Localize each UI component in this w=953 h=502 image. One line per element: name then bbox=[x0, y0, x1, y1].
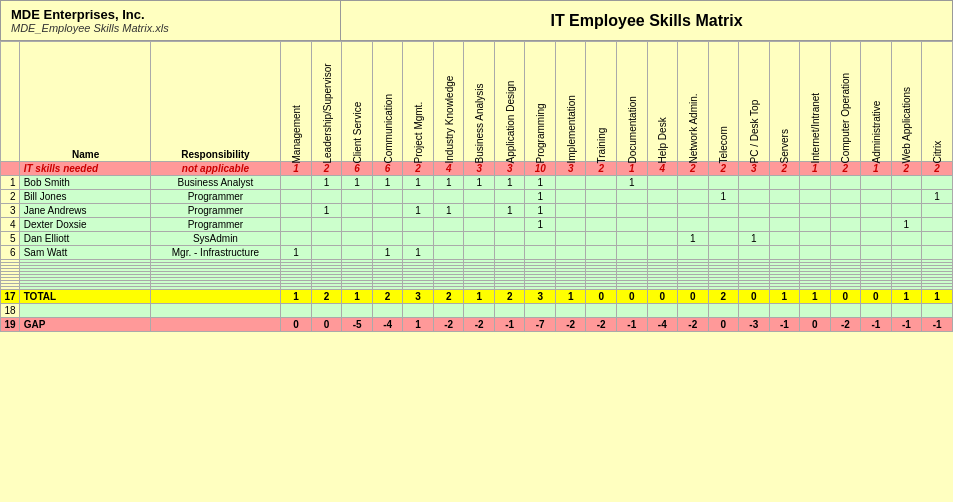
skill-cell-4-16 bbox=[769, 218, 800, 232]
skills-needed-val-19: 1 bbox=[861, 162, 892, 176]
total-val-18: 0 bbox=[830, 290, 861, 304]
skill-cell-4-13 bbox=[678, 218, 709, 232]
skill-cell-5-5 bbox=[433, 232, 464, 246]
gap-val-0: 0 bbox=[281, 318, 312, 332]
skill-cell-5-0 bbox=[281, 232, 312, 246]
skill-cell-6-3: 1 bbox=[372, 246, 403, 260]
skill-cell-4-9 bbox=[555, 218, 586, 232]
company-name: MDE Enterprises, Inc. bbox=[11, 7, 330, 22]
gap-resp bbox=[150, 318, 281, 332]
skill-cell-1-14 bbox=[708, 176, 739, 190]
skill-header-4: Project Mgmt. bbox=[403, 42, 434, 162]
skill-cell-5-7 bbox=[494, 232, 525, 246]
gap-val-8: -7 bbox=[525, 318, 556, 332]
employee-row-5: 5Dan ElliottSysAdmin11 bbox=[1, 232, 953, 246]
skill-cell-2-0 bbox=[281, 190, 312, 204]
skill-cell-5-1 bbox=[311, 232, 342, 246]
employee-resp-4: Programmer bbox=[150, 218, 281, 232]
skill-cell-3-6 bbox=[464, 204, 495, 218]
skill-cell-5-14 bbox=[708, 232, 739, 246]
total-val-7: 2 bbox=[494, 290, 525, 304]
skill-cell-4-2 bbox=[342, 218, 373, 232]
skills-needed-resp: not applicable bbox=[150, 162, 281, 176]
skill-cell-4-3 bbox=[372, 218, 403, 232]
skill-cell-4-7 bbox=[494, 218, 525, 232]
skills-needed-val-0: 1 bbox=[281, 162, 312, 176]
skill-cell-4-5 bbox=[433, 218, 464, 232]
gap-val-4: 1 bbox=[403, 318, 434, 332]
skill-cell-6-10 bbox=[586, 246, 617, 260]
skills-needed-val-8: 10 bbox=[525, 162, 556, 176]
total-val-1: 2 bbox=[311, 290, 342, 304]
skill-cell-1-17 bbox=[800, 176, 831, 190]
skill-cell-4-18 bbox=[830, 218, 861, 232]
skill-cell-3-19 bbox=[861, 204, 892, 218]
skill-cell-5-15: 1 bbox=[739, 232, 770, 246]
skill-cell-5-13: 1 bbox=[678, 232, 709, 246]
skills-table: Name Responsibility ManagementLeadership… bbox=[0, 41, 953, 332]
skills-needed-val-11: 1 bbox=[617, 162, 648, 176]
skill-header-2: Client Service bbox=[342, 42, 373, 162]
skill-header-14: Telecom bbox=[708, 42, 739, 162]
gap-val-7: -1 bbox=[494, 318, 525, 332]
skill-cell-1-18 bbox=[830, 176, 861, 190]
skill-cell-1-12 bbox=[647, 176, 678, 190]
skills-needed-val-3: 6 bbox=[372, 162, 403, 176]
skill-header-16: Servers bbox=[769, 42, 800, 162]
skill-cell-3-10 bbox=[586, 204, 617, 218]
gap-val-15: -3 bbox=[739, 318, 770, 332]
skill-cell-4-17 bbox=[800, 218, 831, 232]
page-title: IT Employee Skills Matrix bbox=[341, 1, 952, 40]
skill-cell-5-6 bbox=[464, 232, 495, 246]
skill-cell-2-1 bbox=[311, 190, 342, 204]
table-container: Name Responsibility ManagementLeadership… bbox=[0, 41, 953, 332]
skill-header-15: PC / Desk Top bbox=[739, 42, 770, 162]
total-val-11: 0 bbox=[617, 290, 648, 304]
row-num-2: 2 bbox=[1, 190, 20, 204]
skill-cell-4-0 bbox=[281, 218, 312, 232]
employee-row-4: 4Dexter DoxsieProgrammer11 bbox=[1, 218, 953, 232]
gap-val-17: 0 bbox=[800, 318, 831, 332]
skill-cell-4-12 bbox=[647, 218, 678, 232]
skill-header-9: Implementation bbox=[555, 42, 586, 162]
total-val-8: 3 bbox=[525, 290, 556, 304]
skills-needed-rownum bbox=[1, 162, 20, 176]
skills-needed-val-17: 1 bbox=[800, 162, 831, 176]
skill-cell-4-1 bbox=[311, 218, 342, 232]
skill-cell-4-14 bbox=[708, 218, 739, 232]
employee-row-6: 6Sam WattMgr. - Infrastructure111 bbox=[1, 246, 953, 260]
total-val-9: 1 bbox=[555, 290, 586, 304]
skill-cell-3-18 bbox=[830, 204, 861, 218]
skill-cell-6-8 bbox=[525, 246, 556, 260]
skill-header-7: Application Design bbox=[494, 42, 525, 162]
skill-cell-2-8: 1 bbox=[525, 190, 556, 204]
skill-cell-6-4: 1 bbox=[403, 246, 434, 260]
skill-cell-3-15 bbox=[739, 204, 770, 218]
skill-cell-3-8: 1 bbox=[525, 204, 556, 218]
skill-cell-2-7 bbox=[494, 190, 525, 204]
skill-cell-2-17 bbox=[800, 190, 831, 204]
skill-cell-3-5: 1 bbox=[433, 204, 464, 218]
skill-cell-5-2 bbox=[342, 232, 373, 246]
skill-cell-3-3 bbox=[372, 204, 403, 218]
skills-needed-val-16: 2 bbox=[769, 162, 800, 176]
gap-val-18: -2 bbox=[830, 318, 861, 332]
skill-cell-3-17 bbox=[800, 204, 831, 218]
employee-name-5: Dan Elliott bbox=[19, 232, 150, 246]
resp-header: Responsibility bbox=[150, 42, 281, 162]
gap-val-14: 0 bbox=[708, 318, 739, 332]
skill-cell-5-19 bbox=[861, 232, 892, 246]
employee-row-2: 2Bill JonesProgrammer111 bbox=[1, 190, 953, 204]
row-num-header bbox=[1, 42, 20, 162]
skills-needed-val-7: 3 bbox=[494, 162, 525, 176]
skill-cell-6-9 bbox=[555, 246, 586, 260]
total-val-14: 2 bbox=[708, 290, 739, 304]
skill-cell-2-3 bbox=[372, 190, 403, 204]
skill-cell-2-9 bbox=[555, 190, 586, 204]
gap-val-9: -2 bbox=[555, 318, 586, 332]
skill-cell-1-13 bbox=[678, 176, 709, 190]
employee-name-1: Bob Smith bbox=[19, 176, 150, 190]
skill-cell-5-3 bbox=[372, 232, 403, 246]
skill-header-11: Documentation bbox=[617, 42, 648, 162]
skills-needed-row: IT skills needednot applicable1266243310… bbox=[1, 162, 953, 176]
